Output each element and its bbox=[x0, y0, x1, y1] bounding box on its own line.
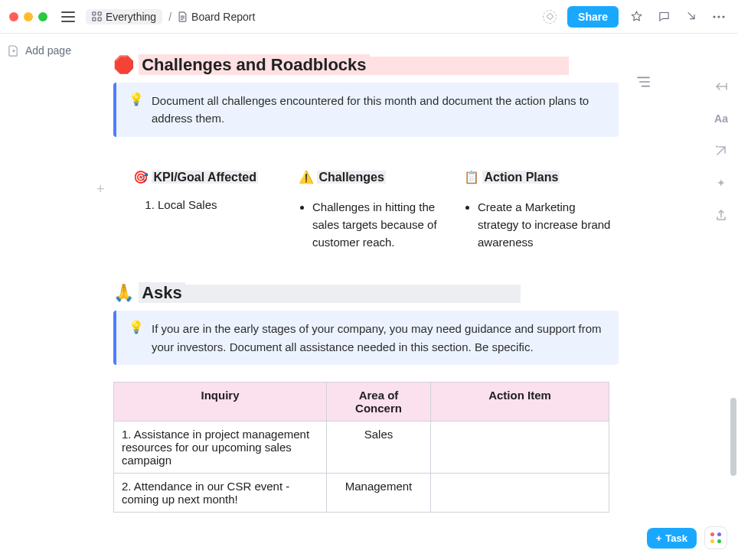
dots-icon bbox=[713, 15, 725, 18]
svg-point-6 bbox=[722, 15, 724, 18]
tip-callout-asks[interactable]: 💡 If you are in the early stages of your… bbox=[113, 311, 619, 365]
grid-icon bbox=[92, 11, 102, 21]
svg-point-7 bbox=[716, 145, 717, 147]
asks-table[interactable]: Inquiry Area of Concern Action Item 1. A… bbox=[113, 382, 609, 513]
outline-toggle-button[interactable] bbox=[637, 77, 650, 90]
chat-icon bbox=[658, 10, 671, 23]
scrollbar-thumb[interactable] bbox=[730, 398, 736, 476]
share-button[interactable]: Share bbox=[567, 6, 619, 28]
comments-button[interactable] bbox=[654, 7, 674, 27]
add-page-icon bbox=[8, 45, 19, 57]
list-item[interactable]: Create a Marketing strategy to increase … bbox=[478, 198, 619, 252]
typography-button[interactable]: Aa bbox=[714, 112, 728, 125]
section-title-text: Asks bbox=[139, 282, 185, 303]
collapse-rail-button[interactable] bbox=[714, 80, 728, 93]
table-row[interactable]: 2. Attendance in our CSR event - coming … bbox=[114, 473, 609, 512]
breadcrumb-separator: / bbox=[168, 11, 171, 23]
section-heading-asks[interactable]: 🙏 Asks bbox=[113, 283, 619, 303]
section-heading-challenges[interactable]: 🛑 Challenges and Roadblocks bbox=[113, 55, 619, 75]
svg-point-4 bbox=[713, 15, 715, 18]
svg-rect-0 bbox=[93, 12, 96, 15]
sparkle-button[interactable] bbox=[714, 176, 728, 190]
challenges-columns: 🎯 KPI/Goal Affected Local Sales ⚠️ Chall… bbox=[133, 170, 619, 255]
breadcrumb-root[interactable]: Everything bbox=[86, 9, 162, 24]
add-page-button[interactable]: Add page bbox=[8, 44, 78, 57]
svg-rect-3 bbox=[98, 18, 101, 21]
section-title-text: Challenges and Roadblocks bbox=[139, 54, 369, 75]
menu-toggle-button[interactable] bbox=[58, 7, 78, 27]
table-row[interactable]: 1. Assistance in project management reso… bbox=[114, 421, 609, 473]
challenges-col-label: Challenges bbox=[317, 171, 385, 184]
maximize-window-icon[interactable] bbox=[38, 12, 47, 21]
tip-text: Document all challenges encountered for … bbox=[152, 92, 606, 128]
minimize-window-icon[interactable] bbox=[24, 12, 33, 21]
cell-area[interactable]: Sales bbox=[327, 421, 431, 473]
download-button[interactable] bbox=[681, 7, 701, 27]
apps-icon bbox=[710, 532, 721, 543]
warning-emoji-icon: ⚠️ bbox=[299, 171, 314, 184]
plus-icon: + bbox=[656, 532, 662, 544]
breadcrumb-page[interactable]: Board Report bbox=[178, 11, 255, 23]
arrow-down-icon bbox=[685, 11, 697, 23]
col-header-action[interactable]: Action Item bbox=[431, 382, 609, 421]
doc-icon bbox=[178, 11, 188, 22]
svg-rect-1 bbox=[98, 12, 101, 15]
window-controls[interactable] bbox=[9, 12, 47, 21]
task-button-label: Task bbox=[665, 532, 687, 544]
new-task-button[interactable]: + Task bbox=[647, 528, 697, 549]
page-settings-button[interactable] bbox=[540, 7, 560, 27]
cell-inquiry[interactable]: 2. Attendance in our CSR event - coming … bbox=[114, 473, 327, 512]
favorite-button[interactable] bbox=[626, 7, 646, 27]
breadcrumb-page-label: Board Report bbox=[191, 11, 255, 23]
close-window-icon[interactable] bbox=[9, 12, 18, 21]
pray-emoji-icon: 🙏 bbox=[113, 283, 134, 302]
challenges-column[interactable]: ⚠️ Challenges Challenges in hitting the … bbox=[299, 170, 453, 255]
clipboard-emoji-icon: 📋 bbox=[464, 171, 479, 184]
star-icon bbox=[630, 10, 643, 23]
stop-emoji-icon: 🛑 bbox=[113, 55, 134, 74]
svg-rect-2 bbox=[93, 18, 96, 21]
add-row-button[interactable]: + bbox=[96, 181, 105, 197]
scrollbar-track[interactable] bbox=[729, 35, 736, 560]
challenges-list[interactable]: Challenges in hitting the sales targets … bbox=[312, 198, 453, 252]
apps-button[interactable] bbox=[704, 526, 727, 549]
ai-button[interactable] bbox=[714, 144, 728, 158]
svg-point-5 bbox=[717, 15, 720, 18]
kpi-column[interactable]: 🎯 KPI/Goal Affected Local Sales bbox=[133, 170, 288, 255]
lightbulb-icon: 💡 bbox=[129, 320, 144, 356]
lightbulb-icon: 💡 bbox=[129, 92, 144, 128]
breadcrumb: Everything / Board Report bbox=[86, 9, 255, 24]
actionplans-col-label: Action Plans bbox=[482, 171, 560, 184]
left-sidebar: Add page bbox=[0, 34, 86, 560]
cell-area[interactable]: Management bbox=[327, 473, 431, 512]
tip-callout-challenges[interactable]: 💡 Document all challenges encountered fo… bbox=[113, 83, 619, 137]
export-button[interactable] bbox=[714, 208, 728, 222]
actionplans-list[interactable]: Create a Marketing strategy to increase … bbox=[478, 198, 619, 252]
cell-action[interactable] bbox=[431, 473, 609, 512]
add-page-label: Add page bbox=[25, 44, 71, 57]
kpi-col-label: KPI/Goal Affected bbox=[152, 171, 258, 184]
tip-text: If you are in the early stages of your c… bbox=[152, 320, 606, 356]
document-body[interactable]: 🛑 Challenges and Roadblocks 💡 Document a… bbox=[86, 34, 704, 560]
cell-inquiry[interactable]: 1. Assistance in project management reso… bbox=[114, 421, 327, 473]
more-button[interactable] bbox=[709, 7, 729, 27]
list-item[interactable]: Challenges in hitting the sales targets … bbox=[312, 198, 453, 252]
actionplans-column[interactable]: 📋 Action Plans Create a Marketing strate… bbox=[464, 170, 619, 255]
col-header-inquiry[interactable]: Inquiry bbox=[114, 382, 327, 421]
kpi-list[interactable]: Local Sales bbox=[158, 198, 288, 211]
col-header-area[interactable]: Area of Concern bbox=[327, 382, 431, 421]
target-emoji-icon: 🎯 bbox=[133, 171, 149, 184]
cell-action[interactable] bbox=[431, 421, 609, 473]
breadcrumb-root-label: Everything bbox=[106, 11, 156, 23]
list-item[interactable]: Local Sales bbox=[158, 198, 288, 211]
